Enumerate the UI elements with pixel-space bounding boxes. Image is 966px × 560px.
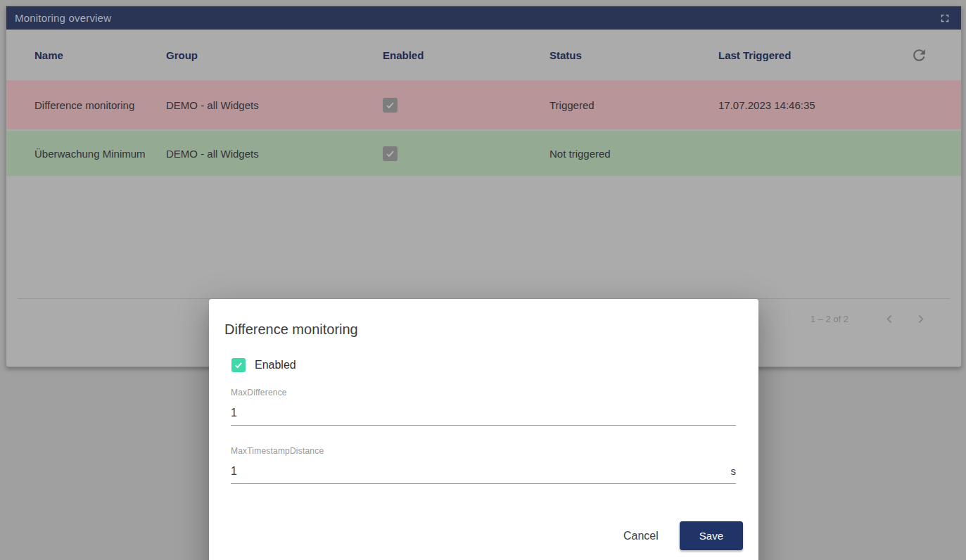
- fullscreen-button[interactable]: [937, 11, 953, 26]
- check-icon: [385, 148, 395, 159]
- dialog-title: Difference monitoring: [224, 320, 743, 338]
- check-icon: [234, 360, 243, 370]
- cancel-button[interactable]: Cancel: [614, 523, 668, 549]
- field-maxtimestampdistance: MaxTimestampDistance s: [231, 446, 736, 484]
- header-cell-status: Status: [549, 49, 718, 61]
- enabled-checkbox-label: Enabled: [255, 359, 296, 371]
- paginator-range-label: 1 – 2 of 2: [811, 314, 849, 324]
- maxtimestampdistance-input[interactable]: [231, 464, 731, 478]
- difference-monitoring-dialog: Difference monitoring Enabled MaxDiffere…: [209, 299, 758, 560]
- field-label: MaxDifference: [231, 388, 736, 397]
- field-label: MaxTimestampDistance: [231, 446, 736, 456]
- enabled-checkbox[interactable]: [231, 358, 246, 372]
- row-last-triggered: 17.07.2023 14:46:35: [718, 99, 905, 111]
- row-group: DEMO - all Widgets: [166, 99, 383, 111]
- table-row-difference-monitoring[interactable]: Difference monitoring DEMO - all Widgets…: [6, 80, 961, 129]
- refresh-icon: [910, 46, 928, 64]
- panel-titlebar: Monitoring overview: [6, 6, 961, 30]
- row-status: Triggered: [549, 99, 718, 111]
- row-enabled-checkbox: [383, 98, 398, 113]
- paginator-prev-button[interactable]: [874, 305, 905, 333]
- header-cell-enabled: Enabled: [383, 49, 549, 61]
- row-enabled-checkbox: [383, 146, 398, 161]
- header-cell-last-triggered: Last Triggered: [718, 49, 905, 61]
- refresh-button[interactable]: [909, 45, 929, 65]
- table-row-ueberwachung-minimum[interactable]: Überwachung Minimum DEMO - all Widgets N…: [6, 129, 961, 176]
- chevron-left-icon: [884, 313, 896, 325]
- field-suffix-seconds: s: [731, 465, 737, 477]
- panel-title: Monitoring overview: [15, 12, 111, 24]
- header-cell-name: Name: [34, 49, 166, 61]
- check-icon: [385, 100, 395, 110]
- screen: Monitoring overview Name Group Enabled S…: [0, 0, 966, 560]
- maxdifference-input[interactable]: [231, 406, 736, 420]
- header-cell-group: Group: [166, 49, 383, 61]
- table-header: Name Group Enabled Status Last Triggered: [6, 30, 961, 80]
- chevron-right-icon: [915, 313, 927, 325]
- row-group: DEMO - all Widgets: [166, 148, 383, 160]
- row-name: Difference monitoring: [34, 99, 166, 111]
- row-status: Not triggered: [549, 148, 718, 160]
- paginator-next-button[interactable]: [905, 305, 936, 333]
- field-maxdifference: MaxDifference: [231, 388, 736, 426]
- row-name: Überwachung Minimum: [34, 148, 166, 160]
- save-button[interactable]: Save: [680, 521, 743, 550]
- fullscreen-icon: [939, 12, 951, 25]
